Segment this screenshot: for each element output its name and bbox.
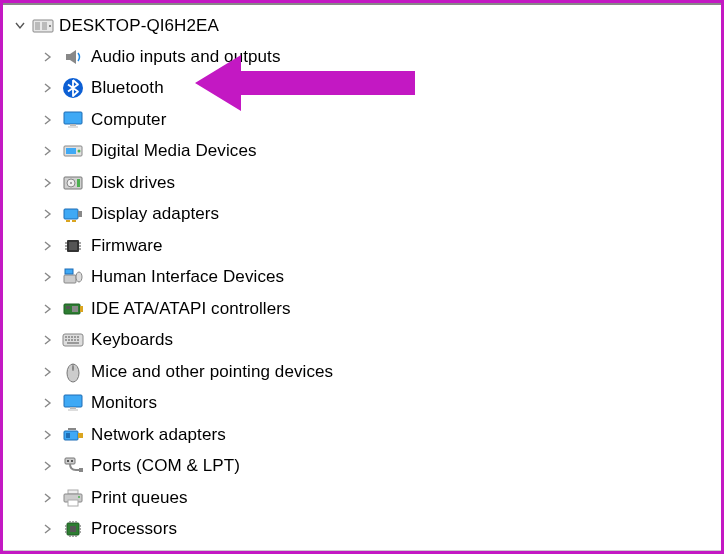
svg-rect-18 [78, 211, 82, 217]
tree-item-bluetooth[interactable]: Bluetooth [11, 73, 721, 105]
svg-point-3 [49, 25, 51, 27]
svg-point-30 [76, 272, 82, 282]
item-label: Keyboards [91, 330, 173, 350]
tree-item-network[interactable]: Network adapters [11, 419, 721, 451]
chevron-right-icon[interactable] [41, 365, 55, 379]
tree-item-processors[interactable]: Processors [11, 514, 721, 546]
item-label: Firmware [91, 236, 163, 256]
svg-rect-34 [72, 306, 78, 312]
tree-item-display-adapters[interactable]: Display adapters [11, 199, 721, 231]
tree-item-mice[interactable]: Mice and other pointing devices [11, 356, 721, 388]
svg-rect-19 [66, 220, 70, 222]
tree-item-hid[interactable]: Human Interface Devices [11, 262, 721, 294]
keyboard-icon [61, 328, 85, 352]
svg-point-12 [78, 150, 81, 153]
svg-rect-61 [79, 468, 83, 472]
chevron-right-icon[interactable] [41, 396, 55, 410]
chevron-right-icon[interactable] [41, 207, 55, 221]
printer-icon [61, 486, 85, 510]
svg-rect-2 [42, 22, 47, 30]
svg-rect-47 [67, 342, 79, 344]
bluetooth-icon [61, 76, 85, 100]
item-label: Bluetooth [91, 78, 164, 98]
svg-rect-37 [65, 336, 67, 338]
svg-rect-38 [68, 336, 70, 338]
svg-rect-45 [74, 339, 76, 341]
computer-root-icon [31, 14, 55, 38]
tree-item-audio[interactable]: Audio inputs and outputs [11, 41, 721, 73]
chevron-down-icon[interactable] [13, 19, 27, 33]
svg-rect-55 [66, 433, 70, 438]
monitor-icon [61, 108, 85, 132]
svg-rect-33 [66, 306, 70, 309]
svg-rect-40 [74, 336, 76, 338]
tree-item-monitors[interactable]: Monitors [11, 388, 721, 420]
ports-icon [61, 454, 85, 478]
tree-item-computer[interactable]: Computer [11, 104, 721, 136]
svg-rect-67 [70, 526, 76, 532]
svg-rect-8 [70, 124, 76, 126]
svg-point-65 [78, 496, 80, 498]
svg-rect-17 [64, 209, 78, 219]
svg-rect-60 [71, 460, 73, 462]
ide-controller-icon [61, 297, 85, 321]
chevron-right-icon[interactable] [41, 428, 55, 442]
svg-rect-64 [68, 500, 78, 506]
svg-rect-16 [77, 179, 80, 187]
svg-rect-22 [69, 242, 77, 250]
tree-item-ports[interactable]: Ports (COM & LPT) [11, 451, 721, 483]
svg-rect-31 [65, 269, 73, 274]
svg-rect-59 [67, 460, 69, 462]
svg-rect-56 [78, 433, 83, 438]
device-manager-tree-panel: DESKTOP-QI6H2EA Audio inputs and outputs… [3, 3, 721, 551]
chevron-right-icon[interactable] [41, 81, 55, 95]
item-label: Processors [91, 519, 177, 539]
item-label: Print queues [91, 488, 188, 508]
item-label: Digital Media Devices [91, 141, 257, 161]
svg-rect-53 [68, 409, 78, 411]
chevron-right-icon[interactable] [41, 239, 55, 253]
item-label: Mice and other pointing devices [91, 362, 333, 382]
chevron-right-icon[interactable] [41, 270, 55, 284]
firmware-chip-icon [61, 234, 85, 258]
chevron-right-icon[interactable] [41, 176, 55, 190]
tree-item-ide[interactable]: IDE ATA/ATAPI controllers [11, 293, 721, 325]
svg-rect-52 [70, 407, 76, 409]
chevron-right-icon[interactable] [41, 459, 55, 473]
chevron-right-icon[interactable] [41, 522, 55, 536]
chevron-right-icon[interactable] [41, 50, 55, 64]
svg-rect-4 [66, 54, 70, 60]
svg-rect-11 [66, 148, 76, 154]
svg-rect-44 [71, 339, 73, 341]
svg-rect-9 [68, 126, 78, 128]
svg-rect-57 [68, 428, 76, 430]
item-label: Computer [91, 110, 166, 130]
tree-item-keyboards[interactable]: Keyboards [11, 325, 721, 357]
svg-rect-50 [72, 366, 74, 370]
chevron-right-icon[interactable] [41, 113, 55, 127]
svg-rect-7 [64, 112, 82, 124]
svg-rect-46 [77, 339, 79, 341]
processor-chip-icon [61, 517, 85, 541]
svg-rect-1 [35, 22, 40, 30]
item-label: Monitors [91, 393, 157, 413]
hid-icon [61, 265, 85, 289]
chevron-right-icon[interactable] [41, 302, 55, 316]
chevron-right-icon[interactable] [41, 333, 55, 347]
root-label: DESKTOP-QI6H2EA [59, 16, 219, 36]
tree-root-node[interactable]: DESKTOP-QI6H2EA [11, 11, 721, 41]
svg-rect-41 [77, 336, 79, 338]
tree-item-firmware[interactable]: Firmware [11, 230, 721, 262]
chevron-right-icon[interactable] [41, 144, 55, 158]
disk-drive-icon [61, 171, 85, 195]
tree-item-print-queues[interactable]: Print queues [11, 482, 721, 514]
item-label: Network adapters [91, 425, 226, 445]
mouse-icon [61, 360, 85, 384]
monitor-icon [61, 391, 85, 415]
tree-item-disk-drives[interactable]: Disk drives [11, 167, 721, 199]
svg-rect-51 [64, 395, 82, 407]
chevron-right-icon[interactable] [41, 491, 55, 505]
tree-item-digital-media[interactable]: Digital Media Devices [11, 136, 721, 168]
network-adapter-icon [61, 423, 85, 447]
svg-rect-35 [80, 306, 83, 312]
